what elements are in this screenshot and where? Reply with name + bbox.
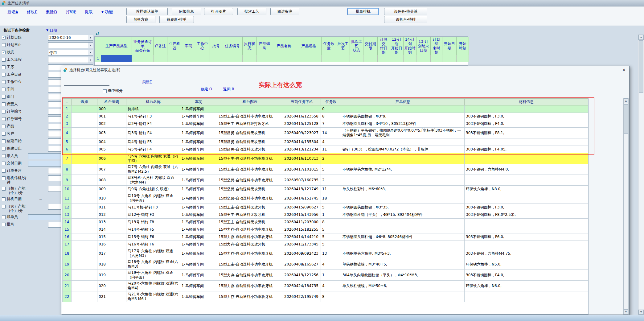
- filter-checkbox[interactable]: [2, 154, 6, 158]
- cell-task-count[interactable]: 18: [321, 193, 341, 204]
- cell-product-info[interactable]: [341, 226, 465, 233]
- cell-workshop[interactable]: 1-马师傅车间: [180, 146, 217, 153]
- filter-checkbox[interactable]: [2, 80, 6, 84]
- dialog-vertical-scrollbar[interactable]: ▲ ▼: [623, 98, 629, 315]
- scroll-down-icon[interactable]: ▼: [624, 309, 628, 314]
- machine-column-header[interactable]: 机台名称: [126, 99, 180, 105]
- cell-material-info[interactable]: 303不锈钢圆棒，F8.1,: [465, 128, 588, 138]
- cell-product-info[interactable]: 不锈钢单头六角柱, M3*5+3,: [341, 248, 465, 259]
- row-number-cell[interactable]: 21: [63, 281, 72, 291]
- cell-material-info[interactable]: 303不锈钢，六角棒M4.0,: [465, 164, 588, 175]
- cell-material-info[interactable]: 303不锈钢圆棒，F6.0,: [465, 233, 588, 241]
- select-cell[interactable]: [72, 138, 97, 146]
- cell-config[interactable]: [217, 105, 283, 113]
- filter-combo[interactable]: 停用▾: [48, 50, 93, 56]
- cell-name[interactable]: 马17号-六角柱 内螺纹 双通（六角M3）: [126, 248, 180, 259]
- cell-code[interactable]: 012: [97, 211, 126, 219]
- cell[interactable]: [210, 55, 222, 62]
- machine-row[interactable]: 14013马13号-销钉 F81-马师傅车间15型王主-自动送料无攻牙机2026…: [63, 219, 588, 226]
- cell-name[interactable]: 马6号-六角柱 内螺纹 双通（内平圆）: [126, 153, 180, 164]
- cell-last-task[interactable]: 20260408/165627: [283, 259, 321, 270]
- cell-task-count[interactable]: 2: [321, 153, 341, 164]
- cell[interactable]: [296, 55, 322, 62]
- cell-material-info[interactable]: 303不锈钢圆棒，F4.05,: [465, 146, 588, 153]
- cell-config[interactable]: 15型力存-自动送料小功率攻牙机: [217, 233, 283, 241]
- cell-name[interactable]: 马20号-六角柱 内螺纹 双通(六角M4): [126, 281, 180, 291]
- cell-last-task[interactable]: 20260415/090627: [283, 204, 321, 211]
- cell-last-task[interactable]: 20260507/160735: [283, 175, 321, 186]
- cell-config[interactable]: 15型王主-自动送料小功率攻牙机: [217, 164, 283, 175]
- main-column-header[interactable]: 14-计划 开始时刻: [404, 37, 416, 55]
- cell-task-count[interactable]: 5: [321, 204, 341, 211]
- cell-material-info[interactable]: 环保铁六角棒，N6.0,: [465, 281, 588, 291]
- cell-workshop[interactable]: 1-马师傅车间: [180, 226, 217, 233]
- cell-product-info[interactable]: [341, 193, 465, 204]
- cell-code[interactable]: 002: [97, 120, 126, 128]
- cell[interactable]: [272, 55, 296, 62]
- filter-checkbox[interactable]: [2, 102, 6, 106]
- cell-product-info[interactable]: [341, 241, 465, 248]
- cell-name[interactable]: 马18号-六角柱 内螺纹 双通(六角M3): [126, 259, 180, 270]
- row-number-cell[interactable]: 3: [63, 120, 72, 128]
- cell-config[interactable]: 15型王主-自动送料环打攻牙机: [217, 120, 283, 128]
- cell-config[interactable]: 15型力存-自动送料无攻牙机: [217, 241, 283, 248]
- cell-product-info[interactable]: 不锈钢圆头圆柱销，Φ6*8, 805246标准件: [341, 233, 465, 241]
- cell-name[interactable]: 马16号-销钉 F6: [126, 241, 180, 248]
- cell-material-info[interactable]: 环保铁六角棒，N8.0,: [465, 186, 588, 193]
- machine-row[interactable]: 17016马16号-销钉 F61-马师傅车间15型力存-自动送料无攻牙机2026…: [63, 241, 588, 248]
- batch-schedule-button[interactable]: 批量排机: [347, 8, 379, 15]
- cell-name[interactable]: 马10号-六角柱 内螺纹 双通（内平圆）: [126, 193, 180, 204]
- select-cell[interactable]: [72, 105, 97, 113]
- cell-material-info[interactable]: [465, 153, 588, 164]
- cell-config[interactable]: 15型昌勇-自动送料无攻牙机: [217, 138, 283, 146]
- select-cell[interactable]: [72, 186, 97, 193]
- machine-row[interactable]: 22021马21号-六角柱 内螺纹 双通(六角M5 M6 )1-马师傅车间15型…: [63, 291, 588, 302]
- cell-last-task[interactable]: 20260416/123558: [283, 113, 321, 120]
- select-cell[interactable]: [72, 128, 97, 138]
- filter-checkbox[interactable]: [2, 176, 6, 180]
- row-number-cell[interactable]: 4: [63, 128, 72, 138]
- cell-task-count[interactable]: 8: [321, 113, 341, 120]
- main-column-header[interactable]: 计算交 付日期: [378, 37, 390, 55]
- cell-material-info[interactable]: [465, 105, 588, 113]
- cell-material-info[interactable]: 环保铁六角棒，N5.0,: [465, 259, 588, 270]
- select-cell[interactable]: [72, 153, 97, 164]
- cell[interactable]: [442, 55, 457, 62]
- cell-product-info[interactable]: （不锈钢）平头销钉，按图纸Φ8*0.04*0.07*5,[非标件]303不锈钢：…: [341, 128, 465, 138]
- cell-code[interactable]: 016: [97, 241, 126, 248]
- cell-config[interactable]: 15型力存-自动送料小功率攻牙机: [217, 291, 283, 302]
- batch-craft-button[interactable]: 批次工艺: [237, 8, 266, 15]
- main-column-header[interactable]: 任务编号: [222, 37, 243, 55]
- cell-task-count[interactable]: 14: [321, 128, 341, 138]
- cell-code[interactable]: 003: [97, 128, 126, 138]
- scroll-up-icon[interactable]: ▲: [624, 98, 628, 103]
- cell-material-info[interactable]: 303不锈钢，六角棒M4.75,: [465, 248, 588, 259]
- filter-checkbox[interactable]: [2, 117, 6, 121]
- row-number-cell[interactable]: 2: [63, 113, 72, 120]
- menu-item-extract[interactable]: 提取: [85, 9, 93, 15]
- cell-name[interactable]: 马14号-销钉 F5: [126, 226, 180, 233]
- machine-row[interactable]: 13012马12号-销钉 F31-马师傅车间15型王主-自动送料无攻牙机2026…: [63, 211, 588, 219]
- cell-workshop[interactable]: 1-马师傅车间: [180, 113, 217, 120]
- cell-last-task[interactable]: 20260415/143956: [283, 211, 321, 219]
- cell-product-info[interactable]: 不锈钢圆头圆柱销，Φ3*9,: [341, 113, 465, 120]
- cell[interactable]: [363, 55, 378, 62]
- cell-task-count[interactable]: 4: [321, 281, 341, 291]
- cell[interactable]: [390, 55, 404, 62]
- cell-workshop[interactable]: 1-马师傅车间: [180, 128, 217, 138]
- cell-workshop[interactable]: 1-马师傅车间: [180, 175, 217, 186]
- cell[interactable]: [404, 55, 416, 62]
- cell-workshop[interactable]: 1-马师傅车间: [180, 193, 217, 204]
- row-number-cell[interactable]: 19: [63, 259, 72, 270]
- machine-row[interactable]: 2001马1号-销钉 F31-马师傅车间15型王主-自动送料小功率攻牙机2026…: [63, 113, 588, 120]
- machine-column-header[interactable]: –: [63, 99, 72, 105]
- select-cell[interactable]: [72, 146, 97, 153]
- cell-workshop[interactable]: 1-马师傅车间: [180, 138, 217, 146]
- cell-material-info[interactable]: [465, 138, 588, 146]
- cell-workshop[interactable]: 1-马师傅车间: [180, 248, 217, 259]
- cell-code[interactable]: 001: [97, 113, 126, 120]
- cell-task-count[interactable]: 2: [321, 175, 341, 186]
- main-column-header[interactable]: 产品编号: [257, 37, 272, 55]
- cell-code[interactable]: 013: [97, 219, 126, 226]
- cell-last-task[interactable]: 20260409/223027: [283, 128, 321, 138]
